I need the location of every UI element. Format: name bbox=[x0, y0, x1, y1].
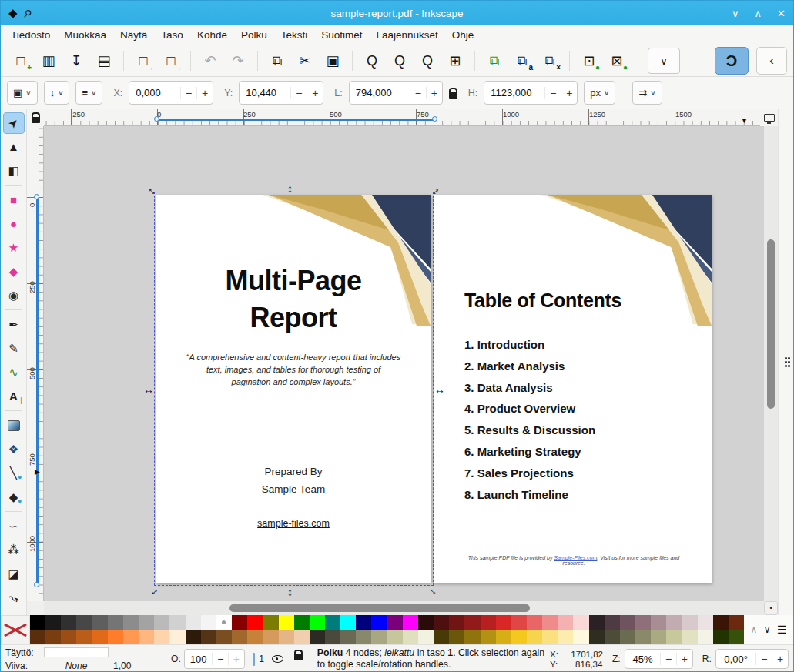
color-swatch[interactable] bbox=[61, 615, 76, 630]
color-swatch[interactable] bbox=[30, 615, 45, 630]
minimize-button[interactable]: ∨ bbox=[732, 8, 739, 19]
color-swatch[interactable] bbox=[232, 615, 247, 630]
open-document[interactable]: ▥ bbox=[35, 48, 62, 74]
dropper-tool[interactable]: ╲ ● bbox=[3, 463, 25, 484]
align-dropdown[interactable]: ≡ ∨ bbox=[75, 81, 102, 105]
scale-options-dropdown[interactable]: ⇉ ∨ bbox=[632, 81, 662, 105]
color-swatch[interactable] bbox=[201, 615, 216, 630]
opacity-plus-button[interactable]: + bbox=[228, 653, 244, 665]
color-swatch[interactable] bbox=[45, 615, 61, 630]
color-swatch[interactable] bbox=[294, 615, 310, 630]
zoom-minus-button[interactable]: − bbox=[660, 653, 676, 665]
menu-item[interactable]: Ohje bbox=[445, 27, 481, 43]
menu-item[interactable]: Muokkaa bbox=[57, 27, 113, 43]
color-swatch[interactable] bbox=[558, 630, 573, 644]
color-swatch[interactable] bbox=[108, 630, 123, 644]
width-plus-button[interactable]: + bbox=[426, 87, 442, 99]
palette-scroll-down-button[interactable]: ∨ bbox=[764, 624, 771, 635]
zoom-input[interactable]: 45% − + bbox=[625, 649, 693, 669]
color-swatch[interactable] bbox=[464, 630, 480, 644]
cut[interactable]: ✂ bbox=[291, 48, 319, 74]
color-swatch[interactable] bbox=[154, 630, 169, 644]
export-document[interactable]: □ → bbox=[157, 48, 185, 74]
color-swatch[interactable] bbox=[108, 615, 123, 630]
node-tool[interactable]: ▲ ▫ bbox=[3, 136, 25, 158]
color-swatch[interactable] bbox=[418, 630, 434, 644]
color-swatch[interactable] bbox=[620, 615, 635, 630]
color-swatch[interactable] bbox=[123, 615, 139, 630]
page-2[interactable]: Table of Contents 1. Introduction2. Mark… bbox=[434, 195, 712, 583]
height-minus-button[interactable]: − bbox=[544, 87, 561, 99]
color-swatch[interactable] bbox=[201, 630, 216, 644]
horizontal-scrollbar[interactable] bbox=[44, 601, 764, 615]
color-swatch[interactable] bbox=[542, 615, 558, 630]
color-swatch[interactable] bbox=[92, 615, 108, 630]
zoom-to-selection[interactable]: Q bbox=[358, 48, 386, 74]
zoom-plus-button[interactable]: + bbox=[676, 653, 692, 665]
spiral-tool[interactable]: ◉ bbox=[3, 285, 25, 306]
color-swatch[interactable] bbox=[589, 630, 605, 644]
color-swatch[interactable] bbox=[294, 630, 310, 644]
color-swatch[interactable] bbox=[713, 630, 729, 644]
color-swatch[interactable] bbox=[403, 630, 418, 644]
color-swatch[interactable] bbox=[481, 615, 496, 630]
gradient-tool[interactable] bbox=[3, 415, 25, 436]
tweak-tool[interactable]: ∽ bbox=[3, 516, 25, 537]
palette-scroll-up-button[interactable]: ∧ bbox=[750, 624, 757, 635]
color-swatch[interactable] bbox=[449, 615, 464, 630]
opacity-input[interactable]: 100 − + bbox=[184, 649, 245, 669]
color-swatch[interactable] bbox=[418, 615, 434, 630]
rectangle-tool[interactable]: ■ bbox=[3, 189, 25, 211]
3d-box-tool[interactable]: ◆ bbox=[3, 261, 25, 283]
shape-builder-tool[interactable]: ◧ bbox=[3, 160, 25, 182]
layer-lock-icon[interactable] bbox=[294, 654, 303, 660]
ellipse-tool[interactable]: ● bbox=[3, 213, 25, 235]
color-swatch[interactable] bbox=[340, 630, 356, 644]
height-plus-button[interactable]: + bbox=[561, 87, 577, 99]
paint-bucket-tool[interactable]: ◆ ● bbox=[3, 486, 25, 508]
color-swatch[interactable] bbox=[30, 630, 45, 644]
zoom-to-drawing[interactable]: Q bbox=[386, 48, 414, 74]
color-swatch[interactable] bbox=[682, 630, 698, 644]
color-swatch[interactable] bbox=[76, 630, 92, 644]
opacity-minus-button[interactable]: − bbox=[212, 653, 228, 665]
selection-handle-w[interactable]: ↔ bbox=[143, 384, 154, 395]
rotation-minus-button[interactable]: − bbox=[755, 653, 772, 665]
spray-tool[interactable]: ⁂ bbox=[3, 540, 25, 561]
star-tool[interactable]: ★ bbox=[3, 237, 25, 259]
color-managed-view-button[interactable] bbox=[760, 109, 779, 126]
color-swatch[interactable] bbox=[45, 630, 61, 644]
selection-handle-n[interactable]: ↕ bbox=[287, 183, 293, 194]
duplicate[interactable]: ⧉ bbox=[481, 48, 508, 74]
stroke-width-value[interactable]: 1,00 bbox=[113, 660, 131, 671]
color-swatch[interactable] bbox=[589, 615, 605, 630]
connector-tool[interactable]: ↝ bbox=[3, 587, 25, 609]
close-button[interactable]: ✕ bbox=[777, 8, 786, 19]
color-swatch[interactable] bbox=[169, 630, 185, 644]
vertical-scrollbar[interactable] bbox=[764, 126, 778, 601]
color-swatch[interactable] bbox=[310, 615, 325, 630]
color-swatch[interactable] bbox=[558, 615, 573, 630]
color-swatch[interactable] bbox=[232, 630, 247, 644]
selection-handle-sw[interactable]: ↔ bbox=[146, 583, 161, 598]
color-swatch[interactable] bbox=[123, 630, 139, 644]
color-swatch[interactable] bbox=[263, 615, 278, 630]
x-input[interactable]: 0,000 − + bbox=[129, 81, 213, 105]
commandbar-more-button[interactable]: ∨ bbox=[648, 48, 680, 74]
color-swatch[interactable] bbox=[279, 615, 294, 630]
color-swatch[interactable] bbox=[356, 615, 371, 630]
color-swatch[interactable] bbox=[434, 615, 449, 630]
color-swatch[interactable] bbox=[139, 630, 154, 644]
color-swatch[interactable] bbox=[325, 615, 340, 630]
color-swatch[interactable] bbox=[729, 615, 744, 630]
menu-item[interactable]: Polku bbox=[234, 27, 274, 43]
color-swatch[interactable] bbox=[449, 630, 464, 644]
color-swatch[interactable] bbox=[527, 615, 542, 630]
menu-item[interactable]: Taso bbox=[154, 27, 190, 43]
selector-tool[interactable]: ➤ bbox=[3, 112, 25, 134]
color-swatch[interactable] bbox=[666, 630, 682, 644]
current-layer-indicator[interactable]: 1 bbox=[253, 653, 264, 666]
menu-item[interactable]: Tiedosto bbox=[4, 27, 57, 43]
rotation-plus-button[interactable]: + bbox=[772, 653, 788, 665]
color-swatch[interactable] bbox=[371, 615, 387, 630]
